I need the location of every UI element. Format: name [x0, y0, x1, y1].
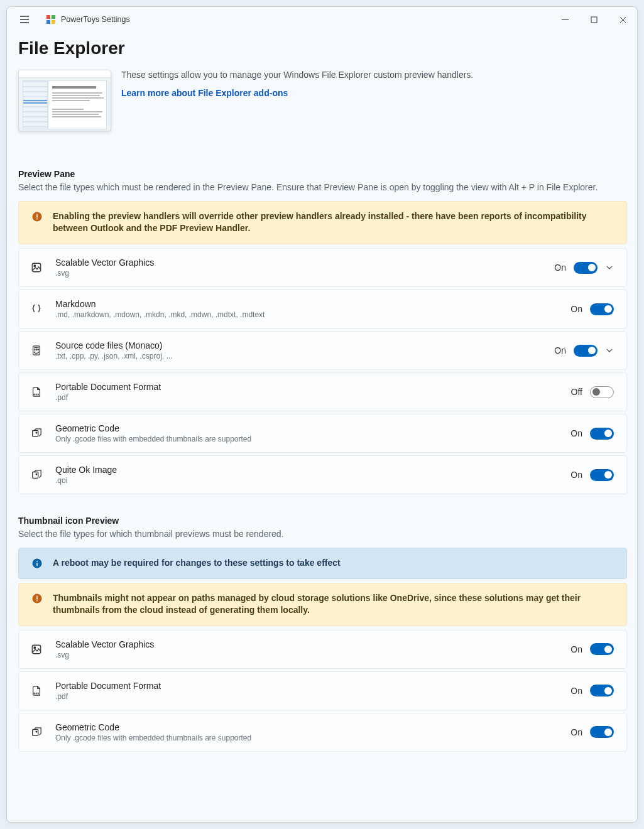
svg-point-9: [34, 265, 36, 267]
toggle-switch[interactable]: [590, 469, 614, 481]
chevron-down-icon[interactable]: [605, 346, 614, 355]
setting-card: Source code files (Monaco).txt, .cpp, .p…: [18, 331, 627, 370]
setting-card: Scalable Vector Graphics.svgOn: [18, 630, 627, 669]
toggle-switch[interactable]: [574, 262, 598, 274]
cube-icon: [30, 428, 43, 439]
warning-text: Thumbnails might not appear on paths man…: [53, 592, 614, 617]
toggle-state-label: On: [570, 727, 582, 737]
svg-point-11: [35, 349, 35, 350]
braces-icon: [30, 303, 43, 315]
warning-banner: Enabling the preview handlers will overr…: [18, 201, 627, 244]
cube-icon: [30, 727, 43, 738]
toggle-state-label: On: [570, 686, 582, 696]
info-banner: A reboot may be required for changes to …: [18, 548, 627, 579]
setting-subtitle: Only .gcode files with embedded thumbnai…: [55, 435, 558, 443]
toggle-switch[interactable]: [590, 428, 614, 440]
svg-rect-0: [46, 15, 50, 19]
setting-card: Scalable Vector Graphics.svgOn: [18, 248, 627, 287]
window: PowerToys Settings File Explorer These s…: [6, 6, 638, 823]
svg-point-17: [36, 561, 38, 562]
section-thumbnails: Thumbnail icon Preview Select the file t…: [18, 516, 627, 752]
pdf-file-icon: [30, 386, 43, 398]
setting-subtitle: .pdf: [55, 692, 558, 701]
image-icon: [30, 262, 43, 273]
section-title: Thumbnail icon Preview: [18, 516, 627, 526]
hero: These settings allow you to manage your …: [18, 70, 627, 131]
code-file-icon: [30, 345, 43, 356]
content: File Explorer These settings allow you t…: [7, 32, 637, 822]
svg-rect-14: [33, 431, 38, 437]
svg-point-23: [34, 647, 36, 649]
setting-subtitle: Only .gcode files with embedded thumbnai…: [55, 734, 558, 742]
warning-icon: [31, 211, 43, 222]
toggle-switch[interactable]: [590, 643, 614, 655]
setting-card: Markdown.md, .markdown, .mdown, .mkdn, .…: [18, 290, 627, 328]
setting-subtitle: .txt, .cpp, .py, .json, .xml, .csproj, .…: [55, 352, 542, 360]
warning-banner: Thumbnails might not appear on paths man…: [18, 583, 627, 626]
setting-title: Portable Document Format: [55, 681, 558, 691]
setting-title: Quite Ok Image: [55, 465, 558, 475]
toggle-state-label: Off: [571, 387, 582, 397]
svg-rect-24: [33, 729, 38, 735]
svg-rect-4: [591, 17, 597, 23]
pdf-file-icon: [30, 685, 43, 696]
page-title: File Explorer: [18, 38, 627, 58]
setting-card: Portable Document Format.pdfOn: [18, 671, 627, 710]
svg-rect-20: [36, 595, 38, 599]
svg-point-13: [38, 349, 38, 350]
svg-rect-2: [46, 20, 50, 24]
toggle-switch[interactable]: [590, 386, 614, 398]
svg-point-21: [36, 600, 38, 601]
section-description: Select the file types for which thumbnai…: [18, 528, 627, 540]
setting-title: Scalable Vector Graphics: [55, 639, 558, 649]
toggle-switch[interactable]: [590, 685, 614, 696]
setting-title: Markdown: [55, 299, 558, 309]
svg-point-7: [36, 218, 38, 219]
toggle-state-label: On: [570, 470, 582, 480]
svg-rect-1: [52, 15, 55, 19]
setting-title: Portable Document Format: [55, 382, 559, 392]
toggle-state-label: On: [570, 428, 582, 438]
svg-point-12: [36, 349, 36, 350]
minimize-button[interactable]: [550, 9, 579, 30]
cube-icon: [30, 469, 43, 480]
svg-rect-18: [36, 563, 38, 566]
setting-title: Geometric Code: [55, 722, 558, 732]
learn-more-link[interactable]: Learn more about File Explorer add-ons: [121, 88, 288, 98]
image-icon: [30, 644, 43, 655]
toggle-state-label: On: [570, 304, 582, 314]
toggle-switch[interactable]: [590, 726, 614, 738]
section-title: Preview Pane: [18, 169, 627, 179]
close-button[interactable]: [608, 9, 637, 30]
setting-title: Geometric Code: [55, 423, 558, 433]
warning-text: Enabling the preview handlers will overr…: [53, 210, 614, 235]
setting-title: Scalable Vector Graphics: [55, 257, 542, 268]
chevron-down-icon[interactable]: [605, 263, 614, 272]
toggle-switch[interactable]: [590, 303, 614, 315]
setting-subtitle: .svg: [55, 269, 542, 278]
toggle-switch[interactable]: [574, 345, 598, 357]
setting-card: Geometric CodeOnly .gcode files with emb…: [18, 713, 627, 752]
svg-rect-15: [33, 472, 38, 479]
maximize-button[interactable]: [579, 9, 608, 30]
toggle-state-label: On: [554, 345, 566, 355]
setting-subtitle: .svg: [55, 651, 558, 659]
hero-thumbnail: [18, 70, 111, 131]
titlebar: PowerToys Settings: [7, 7, 637, 32]
setting-subtitle: .qoi: [55, 476, 558, 485]
section-preview-pane: Preview Pane Select the file types which…: [18, 169, 627, 494]
setting-card: Geometric CodeOnly .gcode files with emb…: [18, 414, 627, 453]
svg-rect-6: [36, 214, 38, 217]
menu-button[interactable]: [13, 8, 36, 31]
warning-icon: [31, 593, 43, 604]
toggle-state-label: On: [570, 644, 582, 654]
setting-subtitle: .pdf: [55, 393, 559, 402]
toggle-state-label: On: [554, 263, 566, 273]
setting-card: Portable Document Format.pdfOff: [18, 372, 627, 411]
info-text: A reboot may be required for changes to …: [53, 557, 341, 570]
info-icon: [31, 558, 43, 569]
page-description: These settings allow you to manage your …: [121, 70, 473, 80]
svg-rect-3: [52, 20, 55, 24]
setting-title: Source code files (Monaco): [55, 340, 542, 350]
setting-subtitle: .md, .markdown, .mdown, .mkdn, .mkd, .md…: [55, 310, 558, 319]
